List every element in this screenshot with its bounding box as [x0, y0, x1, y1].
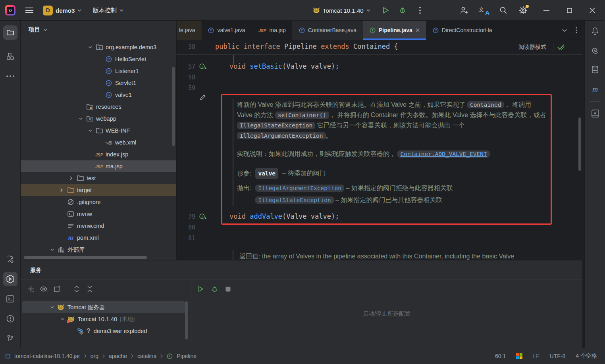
service-row-artifact[interactable]: ? demo3:war exploded — [22, 325, 185, 337]
tree-item-mvnw-cmd[interactable]: mvnw.cmd — [21, 220, 177, 232]
code-with-me-button[interactable] — [459, 5, 470, 16]
expand-all-button[interactable] — [71, 283, 82, 295]
git-toolwindow-button[interactable] — [3, 331, 17, 346]
project-panel-header[interactable]: 项目 — [29, 26, 47, 33]
exception-chip[interactable]: IllegalStateException — [255, 196, 333, 204]
tree-item-helloservlet[interactable]: C HelloServlet — [21, 53, 177, 65]
run-button[interactable] — [380, 5, 391, 16]
editor-body[interactable]: 57 58 59 79 80 81 I I void setBasic(Valv… — [177, 55, 582, 260]
line-number: 58 — [177, 74, 195, 81]
run-configuration-widget[interactable]: Tomcat 10.1.40 — [310, 4, 373, 16]
services-tree-vscrollbar[interactable] — [185, 301, 188, 339]
returns-text: the array of Valves in the pipeline asso… — [260, 253, 514, 260]
tree-item-resources[interactable]: resources — [21, 101, 177, 113]
exception-chip[interactable]: IllegalArgumentException — [255, 185, 344, 192]
tab-options-kebab-icon[interactable] — [576, 27, 577, 33]
main-menu-button[interactable] — [23, 4, 36, 16]
search-everywhere-button[interactable] — [498, 5, 509, 16]
close-tab-icon[interactable] — [416, 28, 420, 32]
tree-item-package[interactable]: org.example.demo3 — [21, 41, 177, 53]
open-in-new-tab-button[interactable] — [52, 283, 63, 295]
project-tree-hscrollbar[interactable] — [24, 256, 147, 259]
tab-le-java[interactable]: le.java — [177, 21, 202, 40]
add-service-button[interactable] — [25, 283, 37, 295]
svg-text:A: A — [593, 111, 596, 115]
tree-item-web-xml[interactable]: </ web.xml — [21, 137, 177, 148]
tab-containerbase-java[interactable]: C ContainerBase.java — [293, 21, 363, 40]
svg-text:JSP: JSP — [95, 152, 103, 157]
tree-item-external-libraries[interactable]: 外部库 — [21, 244, 177, 256]
translate-a-glyph: A — [485, 9, 489, 16]
build-toolwindow-button[interactable] — [3, 252, 17, 266]
services-toolwindow-button[interactable] — [3, 272, 17, 286]
tree-item-listener1[interactable]: C Listener1 — [21, 65, 177, 77]
tree-item-gitignore[interactable]: .gitignore — [21, 196, 177, 208]
window-maximize-button[interactable] — [558, 0, 580, 21]
tab-valve1-java[interactable]: C valve1.java — [202, 21, 252, 40]
tab-ma-jsp[interactable]: JSP ma.jsp — [252, 21, 293, 40]
indent-widget[interactable]: 4 个空格 — [576, 352, 597, 360]
microsoft-ime-icon[interactable] — [516, 353, 522, 359]
tree-item-label: webapp — [96, 116, 116, 122]
breadcrumb-item[interactable]: Pipeline — [177, 353, 197, 359]
project-widget[interactable]: D demo3 — [40, 4, 84, 16]
notifications-button[interactable] — [588, 24, 602, 38]
problems-toolwindow-button[interactable] — [3, 312, 17, 326]
more-actions-button[interactable] — [414, 5, 426, 16]
collapse-all-button[interactable] — [84, 283, 95, 295]
tab-directconstructorha[interactable]: C DirectConstructorHa — [426, 21, 499, 40]
tree-item-web-inf[interactable]: WEB-INF — [21, 125, 177, 137]
encoding-widget[interactable]: UTF-8 — [550, 353, 566, 359]
tree-item-target[interactable]: target — [21, 184, 177, 196]
inspections-ok-icon[interactable] — [557, 44, 565, 50]
title-bar: IJ D demo3 版本控制 Tomcat 10.1.40 — [0, 0, 605, 21]
project-toolwindow-button[interactable] — [3, 25, 17, 40]
translate-button[interactable]: 文 A — [478, 5, 489, 16]
svg-text:C: C — [108, 69, 110, 73]
search-icon — [499, 6, 507, 14]
more-toolwindows-button[interactable] — [3, 69, 17, 83]
returns-label: 返回值: — [239, 253, 260, 260]
service-row-tomcat-server[interactable]: Tomcat 服务器 — [22, 301, 185, 313]
structure-toolwindow-button[interactable] — [3, 49, 17, 64]
reader-mode-toggle[interactable]: 阅读器模式 — [518, 44, 546, 51]
doc-link[interactable]: Container.ADD_VALVE_EVENT — [397, 150, 489, 158]
window-close-button[interactable] — [581, 0, 603, 21]
show-hidden-tabs-icon[interactable] — [562, 29, 567, 32]
view-options-button[interactable] — [39, 283, 50, 295]
editor-vscrollbar[interactable] — [578, 117, 581, 171]
breadcrumb-item[interactable]: apache — [109, 353, 127, 359]
settings-button[interactable] — [518, 5, 529, 16]
implemented-marker-icon[interactable]: I — [199, 64, 207, 70]
tree-item-pom-xml[interactable]: m pom.xml — [21, 232, 177, 244]
tree-item-webapp[interactable]: webapp — [21, 113, 177, 125]
throws-row: IllegalStateException – 如果指定的阀门已与其他容器相关联 — [255, 195, 453, 205]
tree-item-index-jsp[interactable]: JSP index.jsp — [21, 148, 177, 160]
breadcrumb-item[interactable]: org — [91, 353, 98, 359]
breadcrumb-item[interactable]: catalina — [137, 353, 156, 359]
chevron-right-icon — [70, 176, 72, 180]
tree-item-mvnw[interactable]: mvnw — [21, 208, 177, 220]
database-button[interactable] — [588, 62, 602, 77]
code-text: (Valve valve); — [282, 62, 339, 70]
breadcrumb-item[interactable]: tomcat-catalina-10.1.40.jar — [14, 353, 80, 359]
tree-item-valve1[interactable]: C valve1 — [21, 89, 177, 101]
edit-doc-pencil-icon[interactable] — [200, 94, 206, 100]
tree-item-ma-jsp[interactable]: JSP ma.jsp — [21, 160, 177, 172]
tree-item-servlet1[interactable]: C Servlet1 — [21, 77, 177, 89]
dictionary-button[interactable]: A — [588, 106, 602, 121]
project-tree-vscrollbar[interactable] — [172, 67, 175, 146]
caret-position-widget[interactable]: 60:1 — [495, 353, 506, 359]
debug-button[interactable] — [397, 5, 408, 16]
ai-assistant-button[interactable] — [588, 43, 602, 58]
line-ending-widget[interactable]: LF — [533, 353, 539, 359]
window-minimize-button[interactable] — [535, 0, 557, 21]
vcs-widget[interactable]: 版本控制 — [91, 4, 126, 16]
maven-toolwindow-button[interactable]: m — [588, 82, 602, 96]
implemented-marker-icon[interactable]: I — [199, 214, 207, 220]
tree-item-label: Listener1 — [115, 68, 139, 74]
tree-item-test[interactable]: test — [21, 172, 177, 184]
terminal-toolwindow-button[interactable] — [3, 292, 17, 306]
tab-pipeline-java[interactable]: I Pipeline.java — [363, 21, 426, 40]
service-row-tomcat-local[interactable]: Tomcat 10.1.40 [本地] — [22, 313, 185, 325]
